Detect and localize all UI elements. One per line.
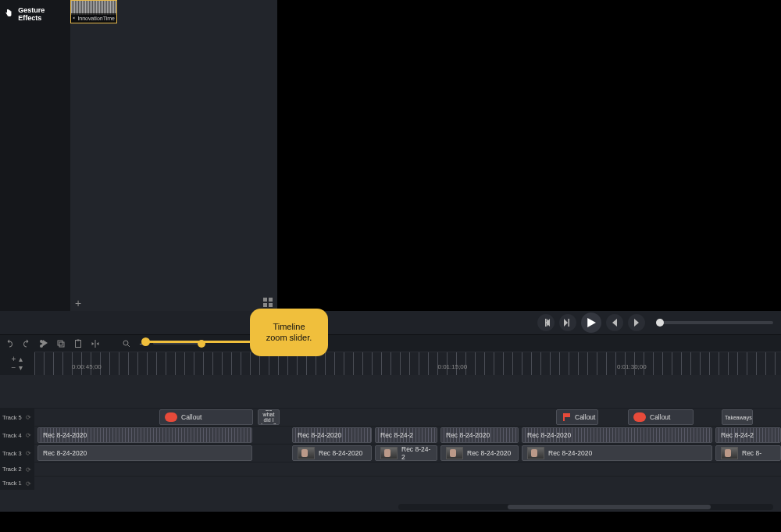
paste-icon[interactable]: [73, 339, 83, 348]
media-clip-thumbnail[interactable]: InnovationTime: [70, 0, 117, 23]
timeline-ruler: +▴ −▾ 0:00:45;000:01:15;000:01:30;00: [0, 352, 781, 375]
hand-icon: [3, 9, 13, 20]
callout-cloud-icon: [165, 412, 177, 422]
media-bin-content[interactable]: InnovationTime +: [70, 0, 277, 311]
track-options-icon[interactable]: ⟳: [26, 432, 32, 438]
track-up-icon[interactable]: ▴: [19, 355, 23, 363]
timeline-clip[interactable]: Rec 8-24-2: [375, 427, 437, 443]
tooltip-text-line2: zoom slider.: [258, 332, 320, 343]
track-header[interactable]: Track 1⟳: [0, 477, 34, 490]
timeline-clip[interactable]: Rec 8-24-2020: [522, 427, 712, 443]
timeline-clip[interactable]: Rec 8-24-2020: [37, 445, 252, 461]
timeline-clip[interactable]: Rec 8-24-2: [375, 445, 437, 461]
track-name: Track 3: [2, 450, 22, 457]
track-5: Track 5⟳ CalloutSo what did I learn?Call…: [0, 408, 781, 426]
video-thumb-icon: [527, 447, 544, 459]
ruler-scale[interactable]: 0:00:45;000:01:15;000:01:30;00: [34, 352, 781, 375]
clip-label: Rec 8-24-2020: [467, 449, 511, 457]
timeline-clip[interactable]: Rec 8-24-2020: [440, 445, 519, 461]
redo-icon[interactable]: [22, 339, 31, 348]
timeline-clip[interactable]: Rec 8-: [715, 445, 781, 461]
clip-label: Rec 8-24-2020: [43, 431, 87, 439]
video-thumb-icon: [721, 447, 738, 459]
clip-label: Callout: [650, 413, 670, 421]
preview-zoom-slider[interactable]: [656, 321, 773, 324]
play-button[interactable]: [581, 312, 601, 333]
track-down-icon[interactable]: ▾: [19, 363, 23, 372]
track-2: Track 2⟳: [0, 462, 781, 476]
clip-label: Rec 8-24-2020: [298, 431, 341, 439]
track-name: Track 5: [2, 414, 22, 421]
zoom-icon: [122, 339, 131, 348]
track-3: Track 3⟳ Rec 8-24-2020Rec 8-24-2020Rec 8…: [0, 444, 781, 462]
clip-label: Rec 8-24-2: [721, 431, 754, 439]
timeline-clip[interactable]: So what did I learn?: [258, 409, 280, 425]
timeline-clip[interactable]: Rec 8-24-2020: [522, 445, 712, 461]
frame-back-button[interactable]: [537, 314, 555, 331]
svg-rect-1: [269, 298, 273, 302]
timeline-clip[interactable]: Callout: [628, 409, 694, 425]
split-icon[interactable]: [91, 339, 100, 348]
timeline-tracks: Track 5⟳ CalloutSo what did I learn?Call…: [0, 375, 781, 512]
timeline-clip[interactable]: Takeaways!: [722, 409, 753, 425]
category-gesture-effects[interactable]: Gesture Effects: [0, 0, 70, 28]
preview-canvas[interactable]: [277, 0, 781, 311]
svg-rect-4: [58, 341, 62, 345]
grid-view-icon[interactable]: [263, 298, 273, 309]
clip-label: Callout: [575, 413, 595, 421]
timeline-clip[interactable]: Callout: [159, 409, 253, 425]
svg-rect-5: [59, 342, 64, 347]
speaker-icon: [73, 15, 76, 21]
help-tooltip: Timeline zoom slider.: [250, 309, 328, 356]
clip-label: Rec 8-24-2020: [446, 431, 490, 439]
svg-rect-0: [263, 298, 267, 302]
track-name: Track 1: [2, 480, 22, 487]
track-header[interactable]: Track 5⟳: [0, 409, 34, 426]
timeline-clip[interactable]: Rec 8-24-2020: [37, 427, 252, 443]
track-name: Track 2: [2, 466, 22, 473]
tooltip-connector-line: [145, 341, 253, 343]
tooltip-connector-dot: [141, 337, 150, 346]
track-1: Track 1⟳: [0, 476, 781, 490]
timeline-horizontal-scrollbar[interactable]: [398, 504, 773, 510]
timeline-toolbar: −: [0, 334, 781, 352]
callout-cloud-icon: [633, 412, 646, 422]
track-header[interactable]: Track 2⟳: [0, 462, 34, 476]
track-add-icon[interactable]: +: [12, 355, 16, 363]
track-options-icon[interactable]: ⟳: [26, 480, 32, 487]
video-thumb-icon: [446, 447, 463, 459]
clip-label: Takeaways!: [725, 415, 753, 420]
track-options-icon[interactable]: ⟳: [26, 414, 32, 420]
track-remove-icon[interactable]: −: [12, 363, 16, 372]
add-media-icon[interactable]: +: [75, 297, 81, 309]
track-header[interactable]: Track 4⟳: [0, 427, 34, 444]
frame-forward-button[interactable]: [559, 314, 576, 331]
timeline-clip[interactable]: Rec 8-24-2020: [440, 427, 519, 443]
timeline-clip[interactable]: Rec 8-24-2020: [292, 427, 372, 443]
undo-icon[interactable]: [5, 339, 14, 348]
clip-label: Rec 8-24-2020: [527, 431, 571, 439]
clip-label: Rec 8-24-2: [380, 431, 413, 439]
upper-area: Gesture Effects InnovationTime +: [0, 0, 781, 311]
callout-flag-icon: [562, 412, 571, 422]
next-clip-button[interactable]: [628, 314, 645, 331]
timeline-clip[interactable]: Rec 8-24-2020: [292, 445, 372, 461]
clip-label: So what did I learn?: [261, 409, 276, 425]
svg-rect-6: [76, 340, 81, 347]
track-options-icon[interactable]: ⟳: [26, 450, 32, 456]
media-clip-name: InnovationTime: [77, 16, 115, 21]
ruler-time-label: 0:01:30;00: [617, 363, 647, 370]
ruler-time-label: 0:01:15;00: [437, 363, 467, 370]
track-name: Track 4: [2, 432, 22, 439]
track-header[interactable]: Track 3⟳: [0, 445, 34, 462]
timeline-clip[interactable]: Rec 8-24-2: [715, 427, 781, 443]
track-options-icon[interactable]: ⟳: [26, 466, 32, 473]
timeline-clip[interactable]: Callout: [556, 409, 598, 425]
video-thumb-icon: [298, 447, 315, 459]
copy-icon[interactable]: [56, 339, 66, 348]
cut-icon[interactable]: [39, 339, 48, 348]
tooltip-text-line1: Timeline: [258, 321, 320, 332]
category-label: Gesture Effects: [18, 6, 67, 22]
svg-rect-3: [269, 303, 273, 307]
prev-clip-button[interactable]: [606, 314, 623, 331]
